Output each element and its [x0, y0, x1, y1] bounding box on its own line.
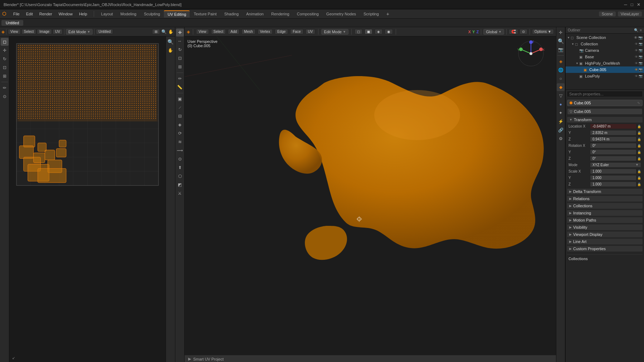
navigation-gizmo[interactable]: X Y Z — [517, 39, 545, 68]
tab-texture-paint[interactable]: Texture Paint — [190, 11, 220, 17]
global-space-btn[interactable]: Global ▼ — [483, 29, 504, 35]
lp-eye[interactable]: 👁 — [635, 74, 638, 78]
vr-object-icon[interactable]: ◆ — [557, 83, 565, 91]
custom-props-header[interactable]: ▶ Custom Properties — [567, 246, 643, 252]
vr-material-icon[interactable]: ● — [557, 100, 565, 108]
wireframe-btn[interactable]: ◻ — [355, 29, 362, 34]
scale-y-value[interactable]: 1.000 — [590, 175, 636, 180]
scale-z-lock[interactable]: 🔒 — [637, 183, 641, 186]
cube-cam[interactable]: 📷 — [639, 68, 643, 71]
location-y-value[interactable]: 2.8352 m — [590, 130, 636, 135]
poly-build-tool[interactable]: ◈ — [176, 121, 184, 129]
viewport-uv-menu[interactable]: UV — [306, 29, 316, 34]
rotation-y-value[interactable]: 0° — [590, 149, 636, 155]
scale-x-value[interactable]: 1.000 — [590, 169, 636, 174]
viewport-view-menu[interactable]: View — [196, 29, 209, 34]
base-eye[interactable]: 👁 — [635, 55, 638, 59]
annotate-tool[interactable]: ✏ — [176, 75, 184, 83]
rendered-btn[interactable]: ◉ — [385, 29, 393, 34]
camera-item[interactable]: 📷 Camera 👁 📷 — [566, 47, 644, 54]
scale-x-lock[interactable]: 🔒 — [637, 170, 641, 173]
vr-modifiers-icon[interactable]: ⚙ — [557, 135, 565, 143]
uv-file-name[interactable]: Untitled — [96, 29, 113, 34]
viewport-add-menu[interactable]: Add — [228, 29, 239, 34]
tab-rendering[interactable]: Rendering — [268, 11, 293, 17]
hp-eye[interactable]: 👁 — [635, 61, 638, 65]
vr-move-tool[interactable]: ✛ — [557, 29, 565, 36]
uv-select-tool[interactable]: ◻ — [1, 38, 9, 46]
add-workspace-btn[interactable]: + — [383, 10, 393, 18]
uv-hand-tool[interactable]: ✋ — [167, 46, 175, 54]
uv-select-menu[interactable]: Select — [21, 29, 36, 34]
location-y-lock[interactable]: 🔒 — [637, 131, 641, 135]
rotation-x-value[interactable]: 0° — [590, 143, 636, 148]
solid-btn[interactable]: ◼ — [365, 29, 372, 34]
minimize-btn[interactable]: ─ — [624, 2, 627, 7]
vr-render-icon[interactable]: ◈ — [557, 58, 565, 65]
menu-render[interactable]: Render — [36, 11, 55, 17]
menu-help[interactable]: Help — [76, 11, 90, 17]
tab-animation[interactable]: Animation — [243, 11, 267, 17]
rotation-x-lock[interactable]: 🔒 — [637, 144, 641, 148]
uv-mode-btn[interactable]: Edit Mode ▼ — [66, 29, 93, 35]
shrink-tool[interactable]: ⊙ — [176, 155, 184, 163]
snap-btn[interactable]: 🧲 — [509, 29, 518, 34]
tab-modeling[interactable]: Modeling — [117, 11, 140, 17]
viewport-mode-select[interactable]: Edit Mode ▼ — [321, 29, 348, 35]
add-cube-tool[interactable]: ▣ — [176, 95, 184, 103]
loop-cut-tool[interactable]: ⊟ — [176, 112, 184, 120]
motion-paths-header[interactable]: ▶ Motion Paths — [567, 217, 643, 223]
uv-annotate-tool[interactable]: ✏ — [1, 84, 9, 92]
lowpoly-item[interactable]: ▣ LowPoly 👁 📷 — [566, 73, 644, 79]
viewport-select-menu[interactable]: Select — [211, 29, 226, 34]
close-btn[interactable]: ✕ — [637, 2, 640, 7]
vr-constraints-icon[interactable]: 🔗 — [557, 126, 565, 134]
viewport-edge-menu[interactable]: Edge — [275, 29, 288, 34]
viewport-face-menu[interactable]: Face — [290, 29, 303, 34]
viewport-mesh-menu[interactable]: Mesh — [241, 29, 255, 34]
menu-edit[interactable]: Edit — [23, 11, 36, 17]
maximize-btn[interactable]: □ — [631, 2, 633, 7]
collections-header[interactable]: ▶ Collections — [567, 203, 643, 209]
uv-scale-tool[interactable]: ⊡ — [1, 64, 9, 71]
cam-cam[interactable]: 📷 — [639, 49, 643, 52]
uv-transform-tool[interactable]: ⊞ — [1, 72, 9, 80]
bevel-tool[interactable]: ◩ — [176, 181, 184, 189]
location-x-value[interactable]: -0.64897 m — [590, 124, 636, 129]
outliner-sort-icon[interactable]: ≡ — [640, 28, 642, 32]
lp-cam[interactable]: 📷 — [639, 74, 643, 78]
scene-camera-icon[interactable]: 📷 — [638, 36, 643, 40]
smooth-tool[interactable]: ≋ — [176, 138, 184, 146]
viewport-3d-canvas[interactable]: User Perspective (0) Cube.005 X Y — [185, 36, 556, 362]
spin-tool[interactable]: ⟳ — [176, 129, 184, 137]
uv-image-menu[interactable]: Image — [37, 29, 52, 34]
scene-collection-item[interactable]: ▼ ◻ Scene Collection 👁 📷 — [566, 34, 644, 41]
base-item[interactable]: ▣ Base 👁 📷 — [566, 54, 644, 60]
rotate-tool[interactable]: ↻ — [176, 46, 184, 54]
tab-compositing[interactable]: Compositing — [293, 11, 322, 17]
properties-search-input[interactable] — [567, 91, 643, 97]
location-x-lock[interactable]: 🔒 — [637, 125, 641, 128]
bisect-tool[interactable]: ⟋ — [176, 104, 184, 111]
relations-header[interactable]: ▶ Relations — [567, 196, 643, 202]
highpoly-item[interactable]: ▼ ▣ HighPoly_OneMesh 👁 📷 — [566, 60, 644, 66]
base-cam[interactable]: 📷 — [639, 55, 643, 59]
edge-slide-tool[interactable]: ⟿ — [176, 147, 184, 154]
cam-eye[interactable]: 👁 — [635, 49, 638, 52]
rotation-z-value[interactable]: 0° — [590, 156, 636, 161]
rotation-z-lock[interactable]: 🔒 — [637, 157, 641, 160]
collection-eye[interactable]: 👁 — [635, 42, 638, 46]
instancing-header[interactable]: ▶ Instancing — [567, 210, 643, 216]
vr-scene-icon[interactable]: 🌐 — [557, 66, 565, 74]
file-tab[interactable]: Untitled — [1, 20, 23, 26]
outliner-filter-icon[interactable]: 🔍 — [634, 28, 638, 32]
uv-view-menu[interactable]: View — [8, 29, 21, 34]
cube-eye[interactable]: 👁 — [635, 68, 638, 71]
uv-pan-icon[interactable]: ✋ — [168, 29, 174, 34]
viewport-display-header[interactable]: ▶ Viewport Display — [567, 232, 643, 237]
vr-physics-icon[interactable]: ⚡ — [557, 118, 565, 125]
rotation-mode-value[interactable]: XYZ Euler ▼ — [590, 162, 641, 168]
uv-move-tool[interactable]: ✛ — [1, 46, 9, 54]
move-tool[interactable]: ↔ — [176, 37, 184, 45]
tab-layout[interactable]: Layout — [98, 11, 117, 17]
